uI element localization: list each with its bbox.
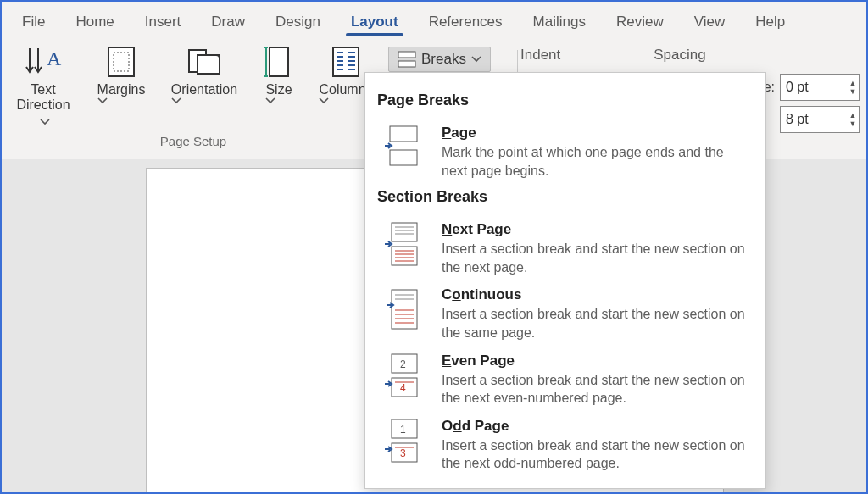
svg-text:2: 2 — [400, 358, 406, 370]
tab-layout[interactable]: Layout — [336, 7, 414, 36]
spacing-after-value: 8 pt — [781, 112, 847, 127]
break-page-title: age — [451, 125, 476, 141]
tab-home[interactable]: Home — [60, 7, 129, 36]
tab-view[interactable]: View — [679, 7, 741, 36]
svg-rect-22 — [398, 61, 415, 67]
tab-draw[interactable]: Draw — [196, 7, 260, 36]
spacing-controls: e: 0 pt ▲▼ 8 pt ▲▼ — [758, 74, 860, 133]
svg-rect-23 — [390, 126, 417, 142]
break-page-title-u: P — [442, 125, 451, 141]
svg-rect-6 — [270, 47, 288, 76]
chevron-down-icon — [319, 97, 329, 104]
spacing-after-input[interactable]: 8 pt ▲▼ — [780, 106, 860, 133]
tab-file[interactable]: File — [7, 7, 60, 36]
page-breaks-header: Page Breaks — [377, 92, 754, 109]
continuous-icon — [381, 286, 426, 341]
margins-label: Margins — [97, 82, 146, 97]
svg-text:A: A — [47, 47, 62, 69]
tab-references[interactable]: References — [414, 7, 518, 36]
orientation-label: Orientation — [171, 82, 237, 97]
break-continuous-desc: Insert a section break and start the new… — [442, 305, 750, 341]
section-breaks-header: Section Breaks — [377, 188, 754, 206]
tab-design[interactable]: Design — [260, 7, 336, 36]
chevron-down-icon — [97, 97, 108, 104]
even-page-icon: 2 4 — [381, 352, 426, 408]
text-direction-button[interactable]: A Text Direction — [10, 43, 76, 129]
margins-button[interactable]: Margins — [88, 43, 154, 129]
orientation-icon — [186, 43, 223, 80]
ribbon-tabs: File Home Insert Draw Design Layout Refe… — [2, 2, 866, 36]
indent-label: Indent — [520, 47, 560, 64]
break-even-page-desc: Insert a section break and start the new… — [442, 371, 750, 408]
tab-mailings[interactable]: Mailings — [518, 7, 601, 36]
spacing-before-value: 0 pt — [781, 80, 847, 95]
spin-down-icon[interactable]: ▼ — [847, 119, 859, 128]
break-odd-page-desc: Insert a section break and start the new… — [442, 436, 750, 473]
svg-rect-24 — [390, 150, 417, 165]
next-page-icon — [381, 221, 426, 276]
tab-insert[interactable]: Insert — [130, 7, 197, 36]
odd-page-icon: 1 3 — [381, 418, 426, 473]
svg-text:4: 4 — [400, 382, 406, 394]
break-continuous-item[interactable]: Continuous Insert a section break and st… — [377, 281, 754, 347]
svg-rect-25 — [392, 223, 417, 241]
text-direction-icon: A — [25, 43, 62, 80]
ribbon: A Text Direction Margins — [2, 36, 866, 160]
breaks-button[interactable]: Breaks — [388, 47, 491, 72]
size-icon — [263, 43, 295, 80]
chevron-down-icon — [40, 119, 50, 125]
spin-down-icon[interactable]: ▼ — [847, 87, 859, 96]
columns-icon — [330, 43, 362, 80]
margins-icon — [105, 43, 137, 80]
chevron-down-icon — [171, 97, 181, 104]
break-next-page-desc: Insert a section break and start the new… — [442, 240, 750, 276]
page-break-icon — [381, 125, 426, 180]
svg-rect-3 — [108, 47, 134, 76]
svg-text:3: 3 — [400, 447, 406, 459]
word-window: File Home Insert Draw Design Layout Refe… — [0, 0, 868, 494]
size-label: Size — [265, 82, 292, 97]
tab-help[interactable]: Help — [740, 7, 800, 36]
break-page-item[interactable]: Page Mark the point at which one page en… — [377, 119, 754, 185]
orientation-button[interactable]: Orientation — [166, 43, 242, 129]
size-button[interactable]: Size — [254, 43, 303, 129]
chevron-down-icon — [265, 97, 275, 104]
svg-rect-21 — [398, 52, 415, 58]
group-page-setup: A Text Direction Margins — [2, 36, 385, 152]
breaks-label: Breaks — [421, 51, 466, 68]
break-next-page-item[interactable]: Next Page Insert a section break and sta… — [377, 216, 754, 281]
svg-text:1: 1 — [400, 424, 406, 436]
spacing-label: Spacing — [654, 47, 705, 64]
spin-up-icon[interactable]: ▲ — [847, 111, 859, 119]
paragraph-group-labels: Indent Spacing — [520, 47, 706, 64]
svg-rect-29 — [392, 247, 417, 265]
spacing-before-input[interactable]: 0 pt ▲▼ — [780, 74, 860, 101]
group-page-setup-label: Page Setup — [160, 134, 226, 148]
breaks-icon — [398, 51, 416, 68]
tab-review[interactable]: Review — [601, 7, 679, 36]
text-direction-label: Text Direction — [10, 82, 76, 129]
spin-up-icon[interactable]: ▲ — [847, 79, 859, 87]
break-even-page-item[interactable]: 2 4 Even Page Insert a section break and… — [377, 347, 754, 413]
break-odd-page-item[interactable]: 1 3 Odd Page Insert a section break and … — [377, 413, 754, 478]
break-page-desc: Mark the point at which one page ends an… — [442, 143, 750, 180]
breaks-dropdown: Page Breaks Page Mark the point at which… — [364, 72, 766, 489]
chevron-down-icon — [471, 56, 481, 63]
